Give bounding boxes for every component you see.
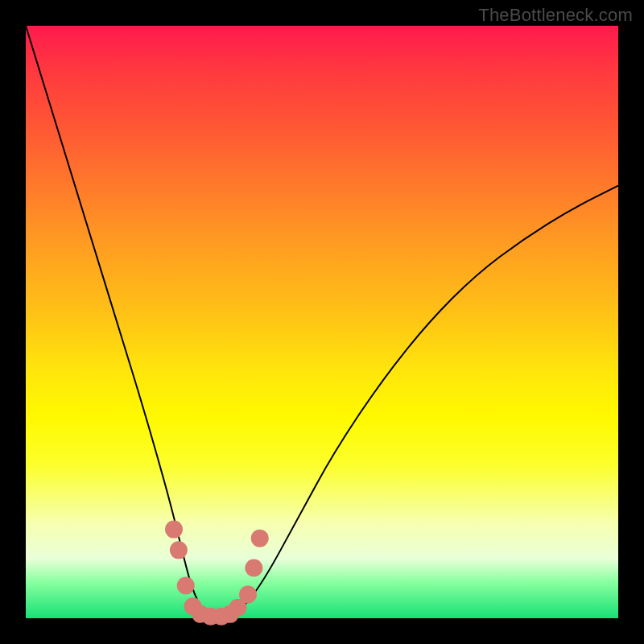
chart-frame: TheBottleneck.com — [0, 0, 644, 644]
bottleneck-curve-line — [26, 26, 618, 618]
data-marker — [165, 521, 183, 539]
watermark-text: TheBottleneck.com — [478, 5, 633, 26]
data-marker — [245, 559, 262, 576]
data-marker — [170, 541, 188, 559]
data-marker — [251, 530, 269, 547]
markers-group — [165, 521, 269, 625]
plot-area — [26, 26, 618, 618]
chart-svg — [26, 26, 618, 618]
data-marker — [239, 586, 257, 604]
data-marker — [177, 577, 195, 595]
